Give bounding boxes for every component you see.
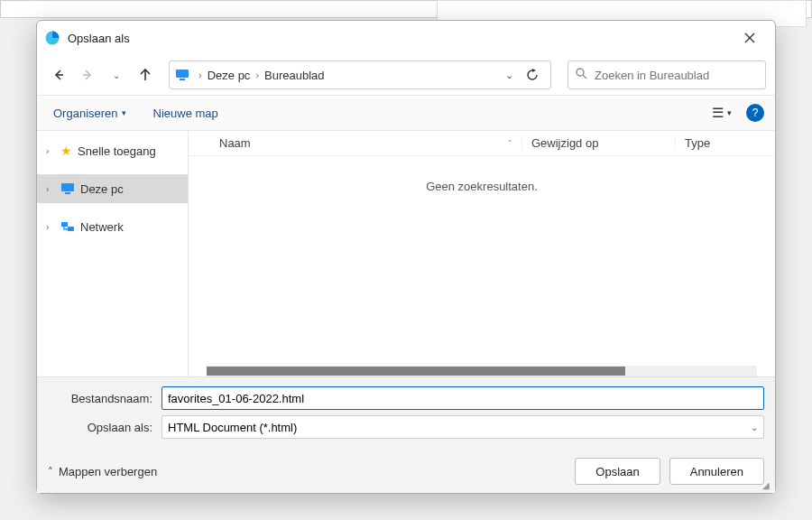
refresh-button[interactable] [520, 69, 545, 81]
column-label: Type [685, 136, 710, 150]
breadcrumb-leaf[interactable]: Bureaublad [263, 69, 327, 82]
arrow-right-icon [81, 69, 94, 81]
dialog-title: Opslaan als [68, 32, 130, 45]
arrow-left-icon [52, 69, 65, 81]
help-button[interactable]: ? [746, 104, 764, 122]
close-icon [744, 32, 755, 43]
empty-message: Geen zoekresultaten. [426, 180, 538, 193]
toolbar: Organiseren ▾ Nieuwe map ☰ ▾ ? [37, 95, 775, 131]
filetype-label: Opslaan als: [48, 421, 161, 434]
chevron-right-icon: › [46, 184, 55, 194]
filename-input[interactable] [161, 386, 764, 410]
star-icon: ★ [60, 144, 72, 158]
organize-label: Organiseren [53, 107, 118, 120]
svg-rect-5 [65, 192, 70, 194]
resize-grip-icon[interactable]: ◢ [762, 480, 773, 491]
monitor-icon [60, 181, 75, 196]
column-label: Gewijzigd op [531, 136, 598, 150]
horizontal-scrollbar[interactable] [207, 366, 757, 376]
filename-label: Bestandsnaam: [48, 392, 161, 405]
history-dropdown[interactable]: ⌄ [104, 62, 129, 88]
filetype-row: Opslaan als: HTML Document (*.html) ⌄ [48, 415, 764, 439]
svg-rect-1 [176, 70, 189, 78]
hide-folders-label: Mappen verbergen [59, 465, 157, 478]
nav-row: ⌄ › Deze pc › Bureaublad ⌄ [37, 55, 775, 95]
chevron-right-icon: › [195, 70, 206, 80]
list-icon: ☰ [712, 105, 724, 121]
scrollbar-thumb[interactable] [207, 367, 625, 376]
sort-asc-icon: ˄ [508, 139, 512, 148]
forward-button[interactable] [75, 62, 100, 88]
new-folder-button[interactable]: Nieuwe map [148, 103, 224, 124]
footer: ˄ Mappen verbergen Opslaan Annuleren ◢ [37, 450, 775, 493]
svg-point-3 [577, 69, 584, 76]
tree-item-quick-access[interactable]: › ★ Snelle toegang [37, 136, 188, 165]
svg-rect-2 [180, 79, 185, 80]
network-icon [60, 219, 75, 234]
body: › ★ Snelle toegang › Deze pc › Netwerk N… [37, 131, 775, 376]
monitor-icon [175, 68, 189, 82]
back-button[interactable] [46, 62, 71, 88]
search-box[interactable] [567, 60, 766, 89]
chevron-right-icon: › [252, 70, 263, 80]
chevron-down-icon: ⌄ [505, 70, 513, 81]
filename-section: Bestandsnaam: Opslaan als: HTML Document… [37, 376, 775, 450]
address-bar[interactable]: › Deze pc › Bureaublad ⌄ [169, 60, 551, 89]
filetype-value: HTML Document (*.html) [168, 421, 297, 434]
nav-tree: › ★ Snelle toegang › Deze pc › Netwerk [37, 131, 189, 376]
view-mode-button[interactable]: ☰ ▾ [706, 105, 737, 121]
list-body: Geen zoekresultaten. [189, 156, 775, 376]
svg-rect-6 [61, 222, 68, 227]
search-input[interactable] [593, 68, 758, 83]
caret-down-icon: ▾ [727, 108, 732, 117]
filename-row: Bestandsnaam: [48, 386, 764, 410]
tree-label: Snelle toegang [78, 144, 156, 158]
save-as-dialog: Opslaan als ⌄ › Deze pc › Bureaublad ⌄ [36, 20, 776, 494]
chevron-right-icon: › [46, 146, 55, 156]
tree-label: Deze pc [80, 182, 124, 196]
tree-item-this-pc[interactable]: › Deze pc [37, 174, 188, 203]
column-name[interactable]: Naam ˄ [189, 136, 522, 150]
chevron-up-icon: ˄ [48, 466, 53, 478]
search-icon [576, 68, 587, 82]
tree-label: Netwerk [80, 220, 124, 234]
new-folder-label: Nieuwe map [153, 107, 218, 120]
help-icon: ? [752, 107, 759, 119]
close-button[interactable] [732, 24, 768, 51]
refresh-icon [526, 69, 539, 81]
up-button[interactable] [133, 62, 158, 88]
edge-icon [44, 30, 60, 46]
titlebar: Opslaan als [37, 21, 775, 55]
breadcrumb-root[interactable]: Deze pc [206, 69, 253, 82]
tree-item-network[interactable]: › Netwerk [37, 212, 188, 241]
chevron-down-icon: ⌄ [113, 70, 120, 80]
cancel-button[interactable]: Annuleren [669, 458, 764, 485]
arrow-up-icon [139, 69, 152, 81]
hide-folders-toggle[interactable]: ˄ Mappen verbergen [48, 465, 157, 478]
svg-rect-4 [61, 183, 74, 191]
filetype-select[interactable]: HTML Document (*.html) ⌄ [161, 415, 764, 439]
chevron-right-icon: › [46, 222, 55, 232]
chevron-down-icon: ⌄ [751, 422, 758, 432]
column-headers: Naam ˄ Gewijzigd op Type [189, 131, 775, 156]
column-modified[interactable]: Gewijzigd op [522, 136, 676, 150]
svg-rect-7 [68, 227, 74, 231]
save-button[interactable]: Opslaan [575, 458, 660, 485]
organize-button[interactable]: Organiseren ▾ [48, 103, 132, 124]
file-list: Naam ˄ Gewijzigd op Type Geen zoekresult… [189, 131, 775, 376]
caret-down-icon: ▾ [122, 108, 126, 117]
column-type[interactable]: Type [676, 136, 775, 150]
path-dropdown[interactable]: ⌄ [498, 70, 520, 81]
column-label: Naam [219, 136, 251, 150]
